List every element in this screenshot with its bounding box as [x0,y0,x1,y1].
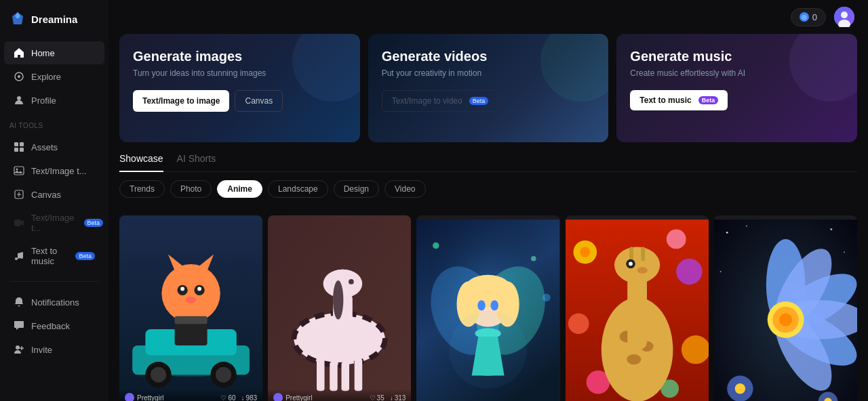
svg-rect-5 [14,148,18,152]
sidebar-divider [9,281,99,282]
invite-icon [14,344,24,355]
coin-balance[interactable]: ◎ 0 [791,8,826,26]
grid-item-fairy[interactable] [416,215,559,401]
filter-trends[interactable]: Trends [119,180,165,198]
item-stats: ♡ 35 ↓ 313 [370,394,406,401]
generate-images-card[interactable]: Generate images Turn your ideas into stu… [119,34,360,142]
tab-ai-shorts[interactable]: AI Shorts [177,153,216,172]
canvas-button[interactable]: Canvas [235,90,283,112]
filter-design[interactable]: Design [334,180,379,198]
svg-rect-34 [175,316,208,324]
svg-point-87 [726,232,728,234]
sidebar-item-video-label: Text/Image t... [31,213,75,233]
item-stats: ♡ 60 ↓ 983 [220,394,257,401]
item-author: Prettygirl [125,393,163,401]
svg-rect-4 [20,142,24,146]
home-icon [14,47,24,58]
svg-point-2 [17,96,21,100]
svg-point-72 [681,335,708,364]
sidebar-invite-label: Invite [31,345,52,355]
svg-point-84 [629,262,633,266]
svg-rect-3 [14,142,18,146]
svg-point-101 [779,313,792,326]
filter-video[interactable]: Video [384,180,425,198]
main-content: ◎ 0 Generate images Turn your ideas into… [108,0,868,401]
tab-showcase[interactable]: Showcase [119,153,163,172]
svg-rect-10 [14,219,21,226]
grid-item-zebra[interactable]: Prettygirl ♡ 35 ↓ 313 [268,215,411,401]
item-footer-zebra: Prettygirl ♡ 35 ↓ 313 [268,389,411,401]
sidebar-item-explore[interactable]: Explore [4,65,104,88]
svg-point-103 [735,383,745,394]
svg-point-85 [637,267,647,274]
dreamina-logo-icon [9,11,26,27]
canvas-icon [14,189,24,200]
video-button-beta-badge: Beta [469,97,489,105]
svg-point-89 [830,228,832,230]
text-image-to-image-button[interactable]: Text/Image to image [133,90,229,112]
svg-point-24 [216,367,231,383]
sidebar-item-feedback[interactable]: Feedback [4,314,104,337]
svg-point-31 [197,287,201,291]
svg-point-88 [746,226,747,227]
generate-music-card[interactable]: Generate music Create music effortlessly… [616,34,857,142]
filter-anime[interactable]: Anime [217,180,262,198]
filter-landscape[interactable]: Landscape [268,180,328,198]
image-icon [14,165,24,176]
item-author: Prettygirl [273,393,312,401]
author-name: Prettygirl [137,394,163,401]
svg-point-1 [18,75,20,78]
svg-point-30 [180,287,184,291]
sidebar-item-text-image[interactable]: Text/Image t... [4,159,104,182]
filter-photo[interactable]: Photo [170,180,212,198]
downloads-stat: ↓ 983 [241,394,258,401]
filter-pills: Trends Photo Anime Landscape Design Vide… [119,180,857,198]
sidebar-item-assets[interactable]: Assets [4,135,104,159]
generate-videos-card[interactable]: Generate videos Put your creativity in m… [368,34,609,142]
coin-icon: ◎ [800,12,809,22]
svg-point-80 [614,247,660,283]
sidebar-feedback-label: Feedback [31,321,70,331]
likes-stat: ♡ 60 [220,394,235,401]
sidebar-item-profile-label: Profile [31,96,56,106]
sidebar-item-invite[interactable]: Invite [4,338,104,361]
svg-point-91 [719,271,721,272]
logo[interactable]: Dreamina [0,0,108,38]
zebra-image [268,215,411,401]
grid-item-cat-car[interactable]: Prettygirl ♡ 60 ↓ 983 [119,215,262,401]
sidebar-item-text-image-video[interactable]: Text/Image t... Beta [4,207,104,239]
sidebar-item-notifications[interactable]: Notifications [4,291,104,314]
image-grid: Prettygirl ♡ 60 ↓ 983 [108,215,868,401]
grid-item-giraffe[interactable]: jan ♡ 84 ↓ 655 [566,215,709,401]
svg-point-22 [151,367,166,383]
feedback-icon [14,320,24,331]
sidebar-item-home[interactable]: Home [4,41,104,64]
user-avatar[interactable] [834,7,854,27]
fairy-image [416,215,559,401]
showcase-section: Showcase AI Shorts Trends Photo Anime La… [108,153,868,215]
bottom-nav: Notifications Feedback Invite [0,287,108,364]
app-name: Dreamina [31,14,77,25]
ai-tools-section-label: AI tools [0,115,108,132]
sidebar-item-music-label: Text to music [31,246,66,266]
sidebar-item-profile[interactable]: Profile [4,89,104,112]
sidebar-item-text-music[interactable]: Text to music Beta [4,240,104,272]
download-count: 983 [246,394,258,401]
author-avatar [125,393,134,401]
bell-icon [14,297,24,308]
author-avatar [273,393,283,401]
text-image-to-video-button[interactable]: Text/Image to video Beta [382,90,499,112]
svg-point-11 [15,257,18,260]
sidebar-item-canvas[interactable]: Canvas [4,183,104,206]
grid-item-flower[interactable]: Dreajin ♡ 21 ↓ 99 [714,215,857,401]
svg-point-62 [491,300,499,310]
showcase-tabs: Showcase AI Shorts [119,153,857,172]
svg-point-32 [186,297,196,303]
text-to-music-button[interactable]: Text to music Beta [630,90,728,110]
svg-rect-81 [629,247,633,261]
explore-icon [14,71,24,82]
music-beta-badge: Beta [75,252,95,260]
sidebar-item-assets-label: Assets [31,142,58,152]
music-icon [14,251,24,261]
svg-point-51 [433,242,439,249]
